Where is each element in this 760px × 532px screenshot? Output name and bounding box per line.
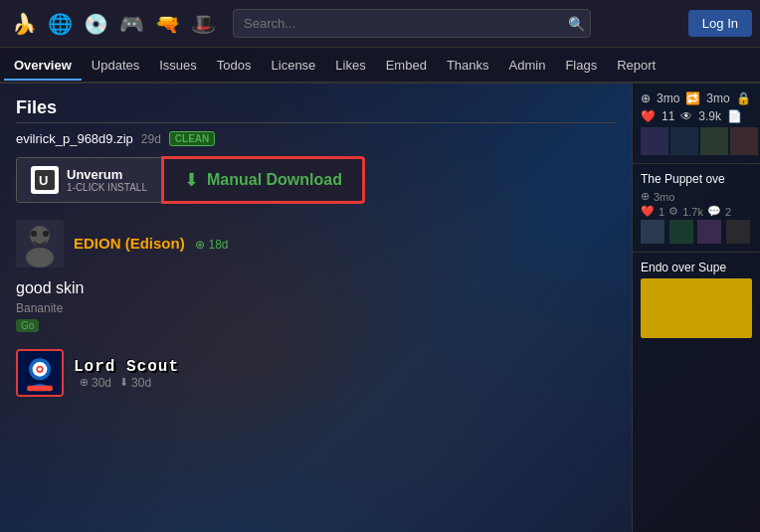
download-arrow-icon: ⬇ [184, 169, 199, 191]
gear-icon-mod1: ⚙ [668, 205, 678, 218]
unverum-text: Unverum 1-CLICK INSTALL [67, 167, 147, 193]
file-name: evilrick_p_968d9.zip [16, 131, 133, 146]
counter-strike-icon[interactable]: 🔫 [151, 8, 183, 40]
tab-todos[interactable]: Todos [207, 52, 262, 79]
age1-stat: 3mo [657, 91, 679, 105]
mario-icon[interactable]: 🎩 [187, 8, 219, 40]
unverum-icon: U [35, 170, 55, 190]
right-panel-top-stats: ⊕ 3mo 🔁 3mo 🔒 ❤️ 11 👁 3.9k 📄 [633, 84, 760, 164]
right-tile-grid-1 [641, 220, 752, 244]
right-mod-card-2: Endo over Supe [633, 253, 760, 346]
bananite-badge: Go [16, 319, 39, 332]
right-mod-likes-1: ❤️ 1 ⚙ 1.7k 💬 2 [641, 205, 752, 218]
clean-badge: CLEAN [169, 131, 215, 146]
smash-icon[interactable]: 🎮 [115, 8, 147, 40]
right-mod-stats-1: ⊕ 3mo [641, 190, 752, 203]
right-mod-title-2[interactable]: Endo over Supe [641, 261, 752, 274]
tile-2 [670, 127, 698, 155]
tab-likes[interactable]: Likes [325, 52, 375, 79]
tab-license[interactable]: License [262, 52, 326, 79]
right-panel: ⊕ 3mo 🔁 3mo 🔒 ❤️ 11 👁 3.9k 📄 The Pup [632, 84, 760, 532]
uploader-section: EDION (Edison) ⊕ 18d [16, 220, 616, 267]
r-tile-4 [726, 220, 750, 244]
manual-download-button[interactable]: ⬇ Manual Download [161, 156, 365, 204]
svg-text:U: U [39, 173, 48, 188]
uploader-add-icon: ⊕ 18d [195, 238, 228, 252]
uploader-name-row: EDION (Edison) ⊕ 18d [74, 235, 229, 253]
nav-tabs: Overview Updates Issues Todos License Li… [0, 48, 760, 84]
main-content: Files evilrick_p_968d9.zip 29d CLEAN U U… [0, 84, 760, 532]
svg-rect-12 [27, 386, 53, 392]
sonic-icon[interactable]: 💿 [80, 8, 111, 40]
mod1-views: 1.7k [682, 206, 703, 218]
tab-report[interactable]: Report [607, 52, 665, 79]
right-mod-card-1: The Puppet ove ⊕ 3mo ❤️ 1 ⚙ 1.7k 💬 2 [633, 164, 760, 253]
lord-scout-avatar[interactable] [16, 349, 64, 397]
tab-admin[interactable]: Admin [499, 52, 556, 79]
tile-1 [641, 127, 668, 155]
heart-icon-mod1: ❤️ [641, 205, 655, 218]
heart-icon: ❤️ [641, 109, 656, 123]
lord-scout-info: Lord Scout ⊕ 30d ⬇ 30d [74, 357, 179, 390]
yellow-preview-box [641, 278, 752, 338]
plus-icon-mod1: ⊕ [641, 190, 650, 203]
lord-scout-name[interactable]: Lord Scout [74, 358, 179, 376]
search-input[interactable] [233, 9, 591, 38]
stats-row-top: ⊕ 3mo 🔁 3mo 🔒 [641, 91, 752, 105]
header-icons: 🍌 🌐 💿 🎮 🔫 🎩 [8, 8, 219, 40]
files-title: Files [16, 97, 616, 123]
lord-scout-age1: ⊕ 30d [80, 376, 111, 390]
likes-count: 11 [662, 109, 674, 123]
avatar-image [16, 220, 64, 267]
mod1-age: 3mo [654, 191, 674, 203]
file-age: 29d [141, 132, 161, 146]
tab-issues[interactable]: Issues [149, 52, 207, 79]
r-tile-2 [669, 220, 693, 244]
lord-scout-icon [18, 349, 62, 397]
plus-icon: ⊕ [80, 376, 89, 389]
views-count: 3.9k [698, 109, 721, 123]
plus-icon-small: ⊕ [641, 91, 651, 105]
left-panel: Files evilrick_p_968d9.zip 29d CLEAN U U… [0, 84, 632, 532]
r-tile-3 [697, 220, 721, 244]
mod-subtitle: Bananite [16, 301, 616, 315]
tile-grid-top [641, 127, 752, 155]
lord-scout-stats: ⊕ 30d ⬇ 30d [80, 376, 179, 390]
tab-embed[interactable]: Embed [376, 52, 437, 79]
tab-flags[interactable]: Flags [555, 52, 607, 79]
doc-icon: 📄 [727, 109, 742, 123]
r-tile-1 [641, 220, 665, 244]
search-bar: 🔍 [233, 9, 591, 38]
age2-stat: 3mo [706, 91, 729, 105]
header: 🍌 🌐 💿 🎮 🔫 🎩 🔍 Log In [0, 0, 760, 48]
svg-point-5 [31, 231, 37, 237]
unverum-name: Unverum [67, 167, 147, 182]
manual-download-label: Manual Download [207, 171, 342, 189]
mod-title: good skin [16, 279, 616, 297]
lord-scout-age2: ⬇ 30d [119, 376, 151, 390]
mod1-likes: 1 [659, 206, 665, 218]
recycle-icon: 🔁 [685, 91, 700, 105]
unverum-button[interactable]: U Unverum 1-CLICK INSTALL [16, 157, 161, 203]
uploader-avatar[interactable] [16, 220, 64, 267]
uploader-info: EDION (Edison) ⊕ 18d [74, 235, 229, 253]
stats-row-likes: ❤️ 11 👁 3.9k 📄 [641, 109, 752, 123]
chat-icon-mod1: 💬 [707, 205, 721, 218]
tile-4 [730, 127, 758, 155]
unverum-sub-label: 1-CLICK INSTALL [67, 182, 147, 193]
svg-point-11 [38, 368, 42, 372]
login-button[interactable]: Log In [688, 10, 752, 37]
tab-overview[interactable]: Overview [4, 52, 82, 81]
install-section: U Unverum 1-CLICK INSTALL ⬇ Manual Downl… [16, 156, 616, 204]
banana-icon[interactable]: 🍌 [8, 8, 40, 40]
search-icon[interactable]: 🔍 [568, 16, 585, 32]
lord-scout-section: Lord Scout ⊕ 30d ⬇ 30d [16, 349, 616, 397]
browser-icon[interactable]: 🌐 [44, 8, 76, 40]
tab-updates[interactable]: Updates [82, 52, 149, 79]
uploader-name[interactable]: EDION (Edison) [74, 235, 185, 252]
tab-thanks[interactable]: Thanks [437, 52, 499, 79]
lock-icon: 🔒 [736, 91, 751, 105]
unverum-logo: U [31, 166, 59, 194]
right-mod-title-1[interactable]: The Puppet ove [641, 172, 752, 186]
svg-point-6 [43, 231, 49, 237]
